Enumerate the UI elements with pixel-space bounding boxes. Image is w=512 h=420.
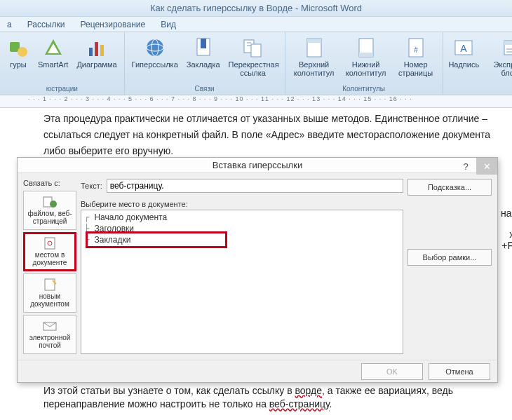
smartart-icon [42,36,65,59]
svg-rect-4 [89,48,93,56]
header-icon [303,36,325,59]
text-display-input[interactable] [107,179,403,193]
header-button[interactable]: Верхний колонтитул [288,34,340,84]
pagenum-icon: # [405,36,427,59]
email-icon [42,320,58,332]
hyperlink-label: Гиперссылка [132,60,178,69]
doc-lower-line-2: перенаправление можно настроить не тольк… [43,398,502,411]
tab-view[interactable]: Вид [159,18,177,32]
group-links-label: Связи [128,84,282,93]
tree-item-headings[interactable]: ├ Заголовки [84,223,400,234]
doc-line-1: Эта процедура практически не отличается … [43,112,491,126]
smartart-label: SmartArt [38,60,68,69]
link-to-email[interactable]: электронной почтой [23,315,76,354]
smartart-button[interactable]: SmartArt [34,34,72,84]
svg-rect-26 [45,238,55,249]
svg-text:A: A [461,43,468,54]
footer-icon [355,36,377,59]
ribbon-group-illustrations: гуры SmartArt Диаграмма юстрации [0,32,125,95]
window-title: Как сделать гиперссылку в Ворде - Micros… [0,0,512,17]
svg-rect-17 [359,53,373,57]
doc-line-2: ссылаться следует на конкретный файл. В … [43,128,491,142]
dialog-help-button[interactable]: ? [455,158,476,175]
file-web-icon [42,196,58,208]
shapes-label: гуры [10,60,26,69]
shapes-button[interactable]: гуры [3,34,34,84]
header-label: Верхний колонтитул [292,60,336,77]
svg-rect-13 [251,44,261,57]
crossref-button[interactable]: Перекрестная ссылка [224,34,282,84]
screen-tip-button[interactable]: Подсказка... [407,179,492,196]
svg-rect-11 [201,39,206,48]
place-in-doc-icon [42,237,58,250]
bookmark-button[interactable]: Закладка [182,34,224,84]
quickparts-button[interactable]: Экспресс-блоки [482,34,512,92]
svg-rect-6 [100,45,104,56]
bookmark-icon [192,36,215,59]
ruler: · · · 1 · · · 2 · · · 3 · · · 4 · · · 5 … [0,95,512,108]
chart-label: Диаграмма [76,60,116,69]
cancel-button[interactable]: Отмена [429,363,490,380]
document-body[interactable]: Эта процедура практически не отличается … [0,108,512,158]
shapes-icon [7,36,29,59]
footer-button[interactable]: Нижний колонтитул [340,34,392,84]
select-place-label: Выберите место в документе: [81,200,403,208]
ok-button[interactable]: OK [361,363,423,380]
chart-icon [86,36,108,59]
pagenum-label: Номер страницы [396,60,436,77]
pagenum-button[interactable]: # Номер страницы [392,34,440,84]
link-to-place-in-doc[interactable]: местом в документе [23,232,76,271]
tab-review[interactable]: Рецензирование [79,18,147,32]
ribbon-group-links: Гиперссылка Закладка Перекрестная ссылка… [125,32,285,95]
insert-hyperlink-dialog: Вставка гиперссылки ? ✕ Связать с: файло… [17,157,498,383]
group-illustrations-label: юстрации [3,84,121,93]
ribbon-tabs: а Рассылки Рецензирование Вид [0,17,512,32]
tab-mailings[interactable]: Рассылки [26,18,67,32]
hyperlink-icon [144,36,166,59]
svg-point-7 [147,39,163,56]
side-text-fragment: найт же +F9. [501,208,512,251]
target-frame-button[interactable]: Выбор рамки... [407,249,492,266]
svg-rect-15 [307,39,321,43]
link-to-label: Связать с: [23,179,76,187]
tree-item-bookmarks[interactable]: └ Закладки [84,234,400,245]
ribbon: гуры SmartArt Диаграмма юстрации [0,32,512,95]
dialog-title-bar[interactable]: Вставка гиперссылки ? ✕ [18,158,497,173]
document-body-lower[interactable]: Из этой статьи вы узнаете о том, как сде… [43,384,502,411]
quickparts-label: Экспресс-блоки [486,60,512,77]
svg-point-1 [18,47,27,57]
svg-text:#: # [414,46,418,54]
ribbon-group-headerfooter: Верхний колонтитул Нижний колонтитул # Н… [285,32,443,95]
group-text-label [446,92,512,93]
svg-rect-5 [95,42,98,56]
crossref-icon [242,36,264,59]
ribbon-group-text: A Надпись Экспресс-блоки [443,32,512,95]
group-headerfooter-label: Колонтитулы [288,84,440,93]
bookmark-label: Закладка [187,60,220,69]
doc-places-tree[interactable]: ┌ Начало документа ├ Заголовки └ Закладк… [81,210,403,354]
link-to-file-web[interactable]: файлом, веб-страницей [23,191,76,230]
textbox-label: Надпись [448,60,479,69]
textbox-icon: A [452,36,475,59]
dialog-title: Вставка гиперссылки [213,160,302,170]
textbox-button[interactable]: A Надпись [446,34,482,92]
svg-point-25 [50,201,57,208]
tree-item-top[interactable]: ┌ Начало документа [84,212,400,223]
link-to-new-doc[interactable]: новым документом [23,273,76,313]
quickparts-icon [500,36,512,59]
footer-label: Нижний колонтитул [344,60,388,77]
crossref-label: Перекрестная ссылка [229,60,278,77]
text-display-label: Текст: [81,182,102,190]
hyperlink-button[interactable]: Гиперссылка [128,34,182,84]
chart-button[interactable]: Диаграмма [72,34,121,84]
svg-rect-23 [504,41,512,45]
tab-partial[interactable]: а [6,18,13,32]
doc-lower-line-1: Из этой статьи вы узнаете о том, как сде… [43,384,502,398]
new-doc-icon [42,278,58,291]
dialog-close-button[interactable]: ✕ [476,158,497,175]
doc-line-3: либо выберите его вручную. [43,144,491,158]
